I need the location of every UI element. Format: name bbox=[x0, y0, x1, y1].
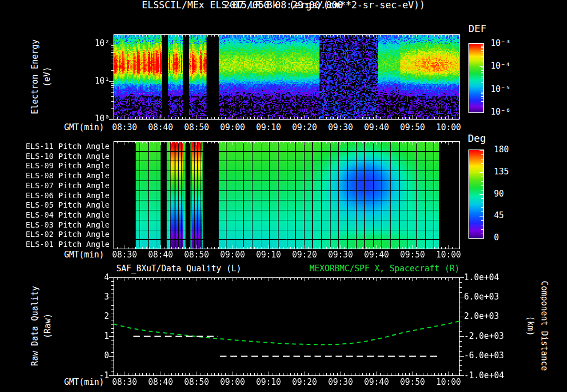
quality-tick-label: 1 bbox=[81, 332, 109, 341]
def-colorbar-canvas bbox=[468, 43, 487, 114]
time-tick-label: 08:50 bbox=[178, 250, 215, 260]
time-tick-label: 08:50 bbox=[178, 378, 215, 387]
quality-tick-label: 0 bbox=[81, 351, 109, 360]
distance-tick-label: 1.0e+04 bbox=[464, 273, 514, 282]
time-tick-label: 09:30 bbox=[322, 123, 359, 132]
pitch-angle-canvas bbox=[104, 140, 465, 251]
def-colorbar-tick-label: 10⁻⁶ bbox=[491, 107, 535, 117]
deg-colorbar-tick-label: 90 bbox=[494, 189, 522, 199]
bottom-title-right: MEXORBMC/SPF X, Spacecraft (R) bbox=[293, 264, 460, 274]
spectrogram-ylabel-units: (eV) bbox=[43, 11, 52, 143]
time-tick-label: 09:00 bbox=[214, 123, 251, 132]
time-tick-label: 10:00 bbox=[430, 378, 467, 387]
pitch-row-label: ELS-05 Pitch Angle bbox=[21, 200, 110, 209]
time-tick-label: 09:30 bbox=[322, 378, 359, 387]
time-tick-label: 09:00 bbox=[214, 250, 251, 260]
spectrogram-ylabel: Electron Energy bbox=[30, 11, 40, 143]
time-tick-label: 10:00 bbox=[430, 123, 467, 132]
time-tick-label: 09:20 bbox=[286, 123, 323, 132]
distance-tick-label: -2.0e+03 bbox=[464, 332, 514, 341]
quality-ylabel-units: (Raw) bbox=[43, 260, 53, 392]
quality-tick-label: 4 bbox=[81, 273, 109, 282]
time-tick-label: 09:50 bbox=[394, 250, 431, 260]
distance-tick-label: -6.0e+03 bbox=[464, 351, 514, 360]
pitch-row-label: ELS-03 Pitch Angle bbox=[21, 220, 110, 229]
def-colorbar-tick-label: 10⁻³ bbox=[491, 39, 535, 48]
pitch-row-label: ELS-02 Pitch Angle bbox=[21, 230, 110, 239]
plot-title: ELSSCIL/MEx ELS-07 LR-Bk(ergs/(cm**2-sr-… bbox=[0, 0, 567, 11]
quality-tick-label: -1 bbox=[81, 371, 109, 380]
time-tick-label: 09:30 bbox=[322, 250, 359, 260]
distance-tick-label: 6.0e+03 bbox=[464, 292, 514, 302]
distance-tick-label: -1.0e+04 bbox=[464, 371, 514, 380]
pitch-row-label: ELS-04 Pitch Angle bbox=[21, 210, 110, 219]
distance-ylabel-units: (km) bbox=[525, 260, 534, 392]
time-tick-label: 08:30 bbox=[106, 378, 143, 387]
pitch-row-label: ELS-10 Pitch Angle bbox=[21, 152, 110, 161]
pitch-row-label: ELS-09 Pitch Angle bbox=[21, 161, 110, 170]
time-tick-label: 09:50 bbox=[394, 378, 431, 387]
time-tick-label: 09:10 bbox=[250, 378, 287, 387]
pitch-row-label: ELS-11 Pitch Angle bbox=[21, 142, 110, 151]
energy-tick-label: 10² bbox=[81, 39, 110, 48]
distance-tick-label: 2.0e+03 bbox=[464, 312, 514, 321]
deg-colorbar-tick-label: 0 bbox=[494, 233, 522, 243]
time-tick-label: 08:40 bbox=[142, 250, 179, 260]
time-tick-label: 08:40 bbox=[142, 123, 179, 132]
energy-tick-label: 10⁰ bbox=[81, 114, 110, 123]
time-tick-label: 08:30 bbox=[106, 123, 143, 132]
quality-distance-canvas bbox=[104, 276, 465, 378]
deg-colorbar-tick-label: 180 bbox=[494, 145, 522, 154]
deg-colorbar-tick-label: 45 bbox=[494, 211, 522, 220]
plot-title-source: ELSSCIL/MEx ELS-07 LR-Bk bbox=[142, 0, 278, 11]
pitch-row-label: ELS-06 Pitch Angle bbox=[21, 191, 110, 200]
time-tick-label: 09:50 bbox=[394, 123, 431, 132]
time-tick-label: 10:00 bbox=[430, 250, 467, 260]
time-tick-label: 09:40 bbox=[358, 250, 395, 260]
time-tick-label: 08:40 bbox=[142, 378, 179, 387]
science-plot-screen: 2015/050 08:29:00.000 ELSSCIL/MEx ELS-07… bbox=[0, 0, 567, 392]
time-tick-label: 09:40 bbox=[358, 378, 395, 387]
time-tick-label: 09:10 bbox=[250, 123, 287, 132]
def-colorbar-tick-label: 10⁻⁵ bbox=[491, 85, 535, 94]
plot-title-units: (ergs/(cm**2-sr-sec-eV)) bbox=[289, 0, 425, 11]
bottom-title-left: SAF_BXuT/Data Quality (L) bbox=[116, 264, 241, 274]
quality-tick-label: 3 bbox=[81, 292, 109, 302]
gmt-axis-label-middle: GMT(min) bbox=[53, 250, 104, 260]
time-tick-label: 09:00 bbox=[214, 378, 251, 387]
pitch-row-label: ELS-01 Pitch Angle bbox=[21, 240, 110, 249]
def-colorbar-title: DEF bbox=[468, 23, 487, 35]
pitch-row-label: ELS-08 Pitch Angle bbox=[21, 171, 110, 180]
deg-colorbar-title: Deg bbox=[468, 133, 486, 145]
time-tick-label: 08:30 bbox=[106, 250, 143, 260]
pitch-row-label: ELS-07 Pitch Angle bbox=[21, 181, 110, 190]
time-tick-label: 08:50 bbox=[178, 123, 215, 132]
energy-tick-label: 10¹ bbox=[81, 76, 110, 86]
time-tick-label: 09:20 bbox=[286, 250, 323, 260]
time-tick-label: 09:10 bbox=[250, 250, 287, 260]
quality-ylabel: Raw Data Quality bbox=[30, 260, 40, 392]
deg-colorbar-tick-label: 135 bbox=[494, 167, 522, 177]
electron-spectrogram-canvas bbox=[104, 33, 465, 121]
gmt-axis-label-top: GMT(min) bbox=[53, 123, 104, 132]
def-colorbar-tick-label: 10⁻⁴ bbox=[491, 61, 535, 71]
time-tick-label: 09:40 bbox=[358, 123, 395, 132]
distance-ylabel: Component Distance bbox=[539, 260, 548, 392]
deg-colorbar-canvas bbox=[468, 149, 487, 239]
time-tick-label: 09:20 bbox=[286, 378, 323, 387]
quality-tick-label: 2 bbox=[81, 312, 109, 321]
